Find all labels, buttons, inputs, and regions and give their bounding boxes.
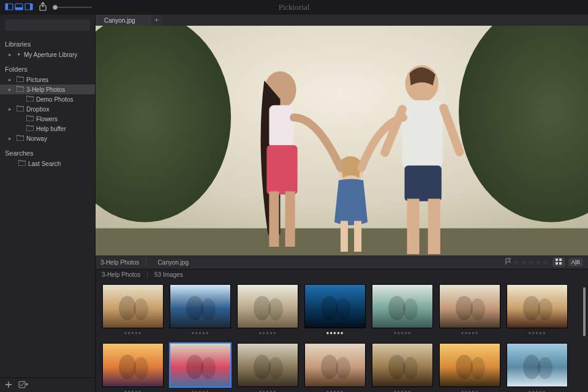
breadcrumb-file[interactable]: Canyon.jpg — [157, 259, 189, 266]
zoom-slider[interactable] — [55, 7, 92, 8]
thumbnail-image — [103, 344, 163, 386]
star-3[interactable]: ☆ — [528, 258, 534, 266]
content-area: Canyon.jpg + — [96, 15, 588, 392]
filmstrip-count: 53 Images — [154, 271, 183, 278]
edit-checkbox-icon[interactable]: ▾ — [18, 381, 28, 390]
svg-rect-31 — [556, 262, 558, 265]
breadcrumb-folder[interactable]: 3-Help Photos — [100, 259, 139, 266]
search-item-last[interactable]: Last Search — [0, 159, 95, 168]
info-bar: 3-Help Photos 〉 Canyon.jpg ☆ ☆ ☆ ☆ ☆ A|B — [96, 255, 588, 269]
svg-point-59 — [201, 357, 216, 379]
view-layout-split-icon[interactable] — [15, 2, 23, 12]
flag-icon[interactable] — [505, 258, 512, 266]
svg-point-44 — [336, 298, 350, 320]
tab-add-button[interactable]: + — [151, 15, 162, 26]
tab-strip: Canyon.jpg + — [96, 15, 588, 26]
rating-dots: ●●●●● — [393, 389, 411, 392]
thumbnail-image — [103, 285, 163, 328]
chevron-right-icon: ▸ — [9, 135, 14, 141]
view-layout-left-icon[interactable] — [5, 2, 13, 12]
add-button[interactable] — [5, 381, 12, 390]
rating-dots: ●●●●● — [258, 330, 276, 336]
view-layout-right-icon[interactable] — [24, 2, 33, 12]
folder-icon — [26, 115, 34, 123]
library-item-aperture[interactable]: ▸ ✦ My Aperture Library — [0, 50, 95, 59]
thumb-12[interactable]: ●●●●● — [372, 344, 432, 392]
folder-item-demo-photos[interactable]: Demo Photos — [0, 94, 95, 104]
thumb-6[interactable]: ●●●●● — [440, 285, 500, 336]
folder-item-help-buffer[interactable]: Help buffer — [0, 124, 95, 134]
thumb-13[interactable]: ●●●●● — [440, 344, 500, 392]
svg-rect-28 — [354, 221, 361, 252]
folder-icon — [17, 105, 24, 113]
folder-item-pictures[interactable]: ▸Pictures — [0, 75, 95, 85]
tab-canyon[interactable]: Canyon.jpg — [96, 15, 151, 26]
svg-point-61 — [254, 355, 271, 379]
thumb-5[interactable]: ●●●●● — [372, 285, 432, 336]
star-1[interactable]: ☆ — [513, 258, 519, 266]
rating-dots: ●●●●● — [393, 330, 411, 336]
filmstrip[interactable]: ●●●●●●●●●●●●●●●●●●●●●●●●●●●●●●●●●●●●●●●●… — [96, 280, 588, 392]
star-5[interactable]: ☆ — [543, 258, 549, 266]
title-bar: Picktorial — [0, 0, 588, 15]
svg-point-40 — [254, 296, 271, 320]
rating-control: ☆ ☆ ☆ ☆ ☆ — [505, 258, 549, 266]
folders-header: Folders — [0, 59, 95, 75]
svg-point-41 — [268, 298, 283, 320]
star-4[interactable]: ☆ — [535, 258, 541, 266]
thumb-9[interactable]: ●●●●● — [170, 344, 230, 392]
svg-rect-3 — [15, 7, 23, 10]
folder-icon — [26, 125, 34, 132]
folder-item-norway[interactable]: ▸Norway — [0, 134, 95, 143]
thumb-14[interactable]: ●●●●● — [507, 344, 567, 392]
thumb-8[interactable]: ●●●●● — [103, 344, 163, 392]
svg-rect-17 — [269, 191, 279, 246]
chevron-right-icon: ▸ — [9, 51, 14, 58]
folder-label: Flowers — [36, 116, 58, 123]
grid-view-button[interactable] — [552, 257, 565, 267]
svg-rect-27 — [341, 221, 348, 252]
folder-label: Dropbox — [26, 106, 50, 113]
svg-point-68 — [403, 357, 418, 379]
rating-dots: ●●●●● — [124, 330, 141, 336]
thumbnail-image — [507, 285, 567, 328]
rating-dots: ●●●●● — [461, 330, 478, 336]
svg-point-67 — [388, 355, 405, 379]
chevron-right-icon: ▸ — [9, 77, 14, 83]
svg-rect-21 — [405, 165, 442, 201]
thumb-10[interactable]: ●●●●● — [238, 344, 298, 392]
svg-point-37 — [186, 296, 203, 320]
folder-label: Norway — [26, 135, 47, 142]
breadcrumb: 3-Help Photos 〉 Canyon.jpg — [100, 257, 189, 268]
share-icon[interactable] — [38, 2, 48, 13]
svg-point-52 — [523, 296, 540, 320]
svg-rect-15 — [269, 105, 293, 148]
folder-icon — [17, 135, 24, 142]
svg-point-43 — [321, 296, 338, 320]
thumb-11[interactable]: ●●●●● — [305, 344, 365, 392]
thumbnail-image — [170, 285, 230, 328]
folder-item-3-help-photos[interactable]: ▸3-Help Photos — [0, 85, 95, 94]
search-input[interactable] — [5, 20, 90, 31]
thumb-2[interactable]: ●●●●● — [170, 285, 230, 336]
folder-item-flowers[interactable]: Flowers — [0, 114, 95, 124]
svg-point-70 — [456, 355, 473, 379]
thumb-7[interactable]: ●●●●● — [507, 285, 567, 336]
main-photo-viewer[interactable] — [96, 26, 588, 255]
thumb-3[interactable]: ●●●●● — [238, 285, 298, 336]
thumb-1[interactable]: ●●●●● — [103, 285, 163, 336]
rating-dots: ●●●●● — [461, 389, 478, 392]
svg-point-35 — [134, 298, 148, 320]
star-2[interactable]: ☆ — [521, 258, 527, 266]
thumbnail-image — [440, 344, 500, 386]
rating-dots: ●●●●● — [528, 389, 546, 392]
scrollbar-thumb[interactable] — [583, 287, 586, 336]
rating-dots: ●●●●● — [191, 330, 209, 336]
svg-point-49 — [456, 296, 473, 320]
thumb-4[interactable]: ●●●●● — [305, 285, 365, 336]
chevron-right-icon: ▸ — [9, 106, 14, 112]
chevron-right-icon: ▸ — [9, 86, 14, 92]
ab-compare-button[interactable]: A|B — [568, 258, 583, 266]
folder-item-dropbox[interactable]: ▸Dropbox — [0, 104, 95, 114]
svg-rect-18 — [285, 191, 295, 246]
